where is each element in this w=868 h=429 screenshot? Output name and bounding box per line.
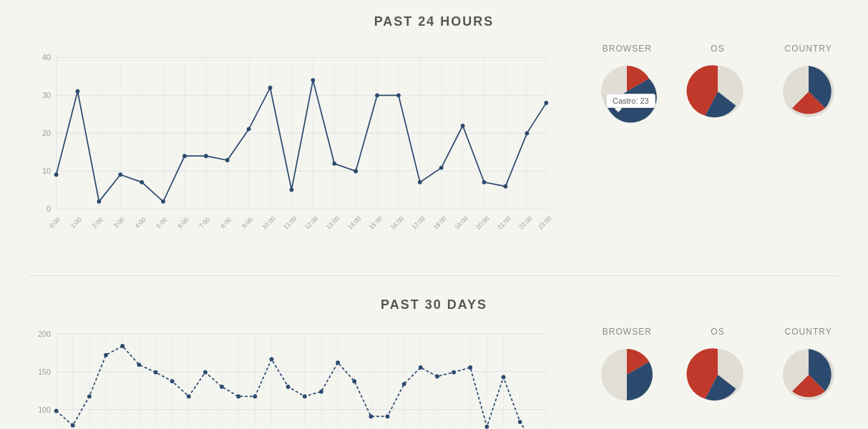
browser-pie-group-30days: BROWSER [595, 327, 659, 407]
svg-text:3:00: 3:00 [112, 216, 126, 230]
svg-text:7:00: 7:00 [198, 216, 211, 230]
svg-text:18:00: 18:00 [431, 214, 448, 231]
svg-text:150: 150 [38, 368, 51, 376]
svg-point-128 [154, 370, 158, 375]
svg-point-126 [120, 344, 125, 348]
svg-point-76 [439, 166, 444, 170]
svg-point-124 [87, 395, 92, 399]
svg-point-73 [375, 93, 379, 97]
country-label-24hours: COUNTRY [785, 44, 832, 54]
svg-point-75 [418, 180, 422, 184]
svg-point-123 [71, 423, 75, 428]
svg-point-69 [290, 188, 294, 192]
os-label-24hours: OS [711, 44, 724, 54]
svg-point-140 [352, 379, 356, 383]
svg-point-59 [76, 89, 80, 94]
svg-point-78 [482, 180, 487, 184]
line-chart-24hours: 40 30 20 10 0 0:00 1:00 2:00 3:00 4:00 5… [29, 44, 553, 240]
svg-text:9:00: 9:00 [240, 216, 254, 230]
svg-point-62 [140, 180, 144, 184]
country-pie-24hours [776, 59, 841, 124]
svg-point-65 [204, 154, 208, 158]
section-24hours: PAST 24 HOURS [0, 0, 868, 268]
svg-point-138 [319, 390, 323, 394]
svg-point-64 [182, 154, 187, 158]
svg-point-136 [286, 385, 291, 389]
tooltip-container: Castro: 23 [606, 94, 655, 112]
svg-text:0: 0 [47, 204, 51, 213]
svg-point-142 [386, 415, 390, 419]
svg-text:200: 200 [38, 330, 51, 338]
svg-point-79 [504, 184, 508, 189]
line-chart-30days: 200 150 100 [29, 327, 553, 429]
svg-text:19:00: 19:00 [453, 214, 469, 231]
svg-point-72 [353, 169, 358, 174]
svg-text:4:00: 4:00 [134, 216, 147, 230]
svg-text:10: 10 [42, 167, 51, 175]
country-pie-group-24hours: COUNTRY [776, 44, 841, 124]
svg-point-77 [461, 124, 465, 128]
svg-point-63 [161, 199, 165, 204]
tooltip-text: Castro: 23 [613, 97, 649, 105]
svg-point-143 [402, 382, 406, 386]
section-24hours-content: 40 30 20 10 0 0:00 1:00 2:00 3:00 4:00 5… [0, 36, 868, 261]
svg-point-145 [435, 375, 439, 379]
svg-point-68 [268, 86, 273, 90]
country-pie-group-30days: COUNTRY [776, 327, 841, 407]
svg-point-67 [247, 127, 251, 132]
browser-pie-30days [595, 342, 659, 407]
svg-point-135 [270, 357, 274, 361]
svg-point-125 [104, 353, 108, 358]
tooltip-box: Castro: 23 [606, 94, 655, 108]
svg-text:5:00: 5:00 [155, 216, 168, 230]
svg-text:15:00: 15:00 [368, 214, 384, 231]
svg-text:10:00: 10:00 [260, 214, 277, 231]
svg-point-146 [452, 370, 456, 375]
svg-point-141 [369, 415, 373, 419]
chart-24hours: 40 30 20 10 0 0:00 1:00 2:00 3:00 4:00 5… [0, 36, 567, 261]
svg-point-81 [544, 101, 548, 105]
pie-area-30days: BROWSER OS COUNT [567, 320, 868, 414]
browser-label-24hours: BROWSER [603, 44, 652, 54]
browser-label-30days: BROWSER [603, 327, 652, 337]
svg-point-130 [187, 395, 191, 399]
svg-text:20:00: 20:00 [474, 214, 491, 231]
os-pie-30days [686, 342, 750, 407]
svg-point-70 [311, 78, 315, 82]
svg-point-132 [220, 385, 224, 389]
section-30days: PAST 30 DAYS [0, 283, 868, 429]
svg-text:2:00: 2:00 [91, 216, 104, 230]
svg-point-127 [137, 363, 141, 367]
os-pie-group-24hours: OS [686, 44, 750, 124]
os-label-30days: OS [711, 327, 724, 337]
svg-text:13:00: 13:00 [325, 214, 341, 231]
svg-point-122 [54, 409, 59, 413]
svg-point-66 [225, 158, 230, 162]
country-label-30days: COUNTRY [785, 327, 832, 337]
svg-text:23:00: 23:00 [537, 214, 553, 231]
svg-point-144 [419, 365, 423, 370]
tooltip-arrow [615, 108, 622, 112]
svg-point-147 [468, 365, 472, 370]
section-30days-title: PAST 30 DAYS [0, 297, 868, 312]
svg-point-60 [97, 199, 101, 204]
browser-pie-24hours [595, 59, 659, 124]
svg-text:0:00: 0:00 [48, 216, 62, 230]
line-chart-svg-30days: 200 150 100 [29, 327, 553, 429]
country-pie-30days [776, 342, 841, 407]
os-pie-24hours [686, 59, 750, 124]
svg-text:21:00: 21:00 [496, 214, 512, 231]
section-30days-content: 200 150 100 [0, 320, 868, 429]
svg-point-148 [485, 425, 489, 429]
browser-pie-group-24hours: BROWSER Castro: 23 [595, 44, 659, 112]
section-divider [29, 275, 839, 276]
svg-point-58 [54, 172, 59, 177]
pie-area-24hours: BROWSER Castro: 23 [567, 36, 868, 131]
svg-text:30: 30 [42, 91, 51, 99]
svg-point-129 [170, 379, 175, 383]
svg-text:1:00: 1:00 [69, 216, 83, 230]
svg-point-74 [396, 93, 401, 97]
svg-text:8:00: 8:00 [219, 216, 233, 230]
svg-point-134 [253, 395, 257, 399]
section-24hours-title: PAST 24 HOURS [0, 14, 868, 29]
